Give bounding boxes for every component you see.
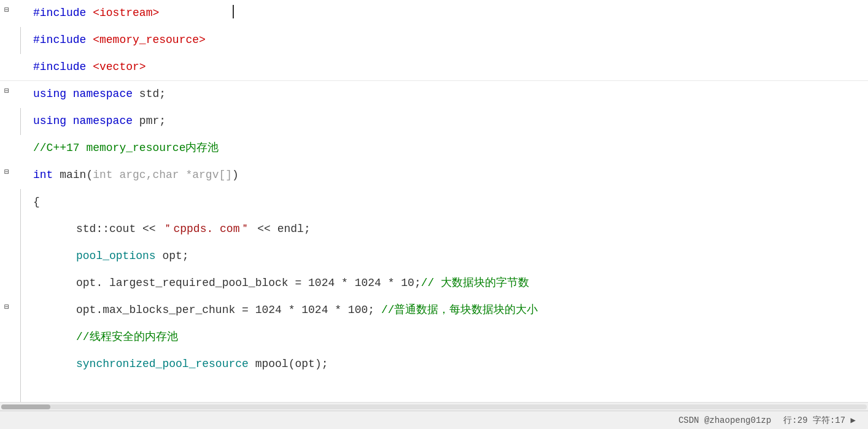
connector-1 — [14, 0, 27, 27]
code-content-13: //线程安全的内存池 — [27, 324, 868, 351]
code-content-6: //C++17 memory_resource内存池 — [27, 135, 868, 162]
connector-5 — [14, 108, 27, 135]
code-content-8: { — [27, 189, 868, 216]
connector-10 — [14, 243, 27, 270]
token: opt.max_blocks_per_chunk = 1024 * 1024 *… — [76, 302, 381, 319]
connector-13 — [14, 324, 27, 351]
fold-icon-1[interactable]: ⊟ — [4, 6, 9, 14]
code-line-4: ⊟ using namespace std; — [0, 81, 868, 108]
fold-gutter-12[interactable]: ⊟ — [0, 297, 14, 324]
code-content-4: using namespace std; — [27, 81, 868, 108]
connector-7 — [14, 162, 27, 189]
code-line-8: { — [0, 189, 868, 216]
fold-icon-12[interactable]: ⊟ — [4, 303, 9, 311]
token: pool_options — [76, 248, 156, 265]
token: char *argv[] — [152, 167, 232, 184]
fold-icon-7[interactable]: ⊟ — [4, 168, 9, 176]
fold-gutter-2 — [0, 27, 14, 54]
token: ) — [232, 167, 239, 184]
connector-6 — [14, 135, 27, 162]
token: std; — [139, 86, 166, 102]
connector-15 — [14, 378, 27, 402]
fold-gutter-15 — [0, 378, 14, 402]
connector-4 — [14, 81, 27, 108]
token: ＂cppds. com＂ — [162, 221, 250, 238]
code-line-5: using namespace pmr; — [0, 108, 868, 135]
code-line-1: ⊟ #include <iostream> — [0, 0, 868, 27]
connector-9 — [14, 216, 27, 243]
token: // 大数据块的字节数 — [421, 275, 529, 292]
code-line-6: //C++17 memory_resource内存池 — [0, 135, 868, 162]
fold-gutter-11 — [0, 270, 14, 297]
fold-gutter-4[interactable]: ⊟ — [0, 81, 14, 108]
connector-2 — [14, 27, 27, 54]
token: #include — [33, 59, 93, 75]
fold-gutter-9 — [0, 216, 14, 243]
token: #include — [33, 5, 93, 21]
fold-gutter-13 — [0, 324, 14, 351]
fold-icon-4[interactable]: ⊟ — [4, 87, 9, 95]
token: #include — [33, 32, 93, 48]
token: mpool(opt); — [249, 356, 328, 373]
code-content-7: int main(int argc,char *argv[]) — [27, 162, 868, 189]
brand-label: CSDN @zhaopeng01zp — [678, 415, 771, 425]
token: <vector> — [93, 59, 145, 75]
fold-gutter-10 — [0, 243, 14, 270]
token: //C++17 memory_resource内存池 — [33, 140, 219, 157]
token: int — [33, 167, 60, 184]
code-line-15 — [0, 378, 868, 402]
code-content-12: opt.max_blocks_per_chunk = 1024 * 1024 *… — [27, 297, 868, 324]
scrollbar-thumb[interactable] — [1, 404, 50, 409]
code-line-14: synchronized_pool_resource mpool(opt); — [0, 351, 868, 378]
text-cursor — [233, 5, 234, 18]
code-content-9: std::cout << ＂cppds. com＂ << endl; — [27, 216, 868, 243]
token: <memory_resource> — [93, 32, 206, 48]
connector-12 — [14, 297, 27, 324]
code-line-13: //线程安全的内存池 — [0, 324, 868, 351]
token: opt; — [156, 248, 189, 265]
status-bar: CSDN @zhaopeng01zp 行:29 字符:17 ▶ — [0, 411, 868, 429]
code-line-3: #include <vector> — [0, 54, 868, 81]
token: using namespace — [33, 113, 139, 129]
code-content-3: #include <vector> — [27, 54, 868, 80]
code-line-2: #include <memory_resource> — [0, 27, 868, 54]
token: { — [33, 194, 40, 211]
code-line-7: ⊟ int main(int argc,char *argv[]) — [0, 162, 868, 189]
editor-container: ⊟ #include <iostream> #include <memory_r… — [0, 0, 868, 429]
code-content-11: opt. largest_required_pool_block = 1024 … — [27, 270, 868, 297]
token: <iostream> — [93, 5, 159, 21]
code-content-2: #include <memory_resource> — [27, 27, 868, 54]
fold-gutter-7[interactable]: ⊟ — [0, 162, 14, 189]
token: opt. largest_required_pool_block = 1024 … — [76, 275, 421, 292]
connector-3 — [14, 54, 27, 80]
connector-8 — [14, 189, 27, 216]
code-content-14: synchronized_pool_resource mpool(opt); — [27, 351, 868, 378]
token: //线程安全的内存池 — [76, 329, 178, 346]
code-line-9: std::cout << ＂cppds. com＂ << endl; — [0, 216, 868, 243]
connector-14 — [14, 351, 27, 378]
scrollbar-track[interactable] — [1, 404, 867, 409]
fold-gutter-8 — [0, 189, 14, 216]
connector-11 — [14, 270, 27, 297]
token: std::cout << — [76, 221, 162, 238]
fold-gutter-5 — [0, 108, 14, 135]
token: main( — [60, 167, 93, 184]
fold-gutter-6 — [0, 135, 14, 162]
token: int argc, — [93, 167, 152, 184]
code-line-11: opt. largest_required_pool_block = 1024 … — [0, 270, 868, 297]
fold-gutter-1[interactable]: ⊟ — [0, 0, 14, 27]
token: << endl; — [250, 221, 310, 238]
token: synchronized_pool_resource — [76, 356, 249, 373]
code-content-5: using namespace pmr; — [27, 108, 868, 135]
token: pmr; — [139, 113, 166, 129]
fold-gutter-14 — [0, 351, 14, 378]
position-label: 行:29 字符:17 ▶ — [783, 415, 856, 426]
code-line-10: pool_options opt; — [0, 243, 868, 270]
code-content-10: pool_options opt; — [27, 243, 868, 270]
fold-gutter-3 — [0, 54, 14, 80]
code-content-15 — [27, 378, 868, 402]
code-content-1: #include <iostream> — [27, 0, 868, 27]
code-area[interactable]: ⊟ #include <iostream> #include <memory_r… — [0, 0, 868, 402]
code-line-12: ⊟ opt.max_blocks_per_chunk = 1024 * 1024… — [0, 297, 868, 324]
scrollbar-horizontal[interactable] — [0, 402, 868, 411]
